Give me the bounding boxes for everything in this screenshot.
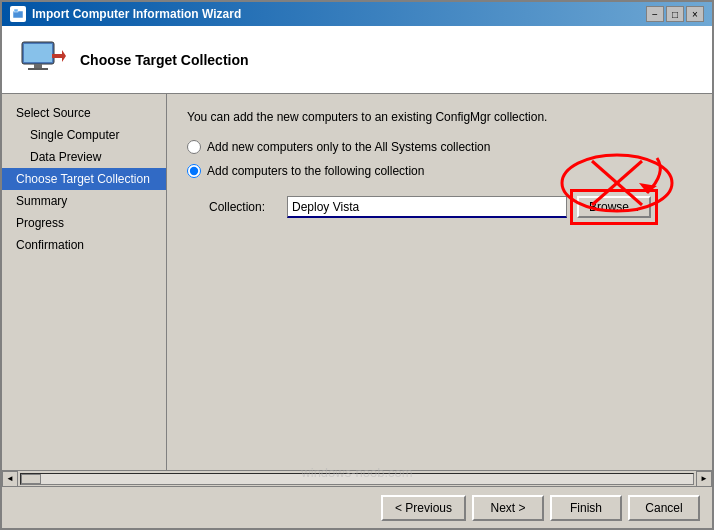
- radio-following-collection-input[interactable]: [187, 164, 201, 178]
- wizard-footer: < Previous Next > Finish Cancel: [2, 486, 712, 528]
- svg-rect-4: [34, 64, 42, 68]
- scrollbar-track: [20, 473, 694, 485]
- bottom-scrollbar: ◄ ►: [2, 470, 712, 486]
- cancel-button[interactable]: Cancel: [628, 495, 700, 521]
- header-title: Choose Target Collection: [80, 52, 249, 68]
- sidebar-item-confirmation[interactable]: Confirmation: [2, 234, 166, 256]
- radio-all-systems[interactable]: Add new computers only to the All System…: [187, 140, 692, 154]
- radio-following-collection-label: Add computers to the following collectio…: [207, 164, 424, 178]
- minimize-button[interactable]: −: [646, 6, 664, 22]
- title-bar: Import Computer Information Wizard − □ ×: [2, 2, 712, 26]
- content-area: You can add the new computers to an exis…: [167, 94, 712, 470]
- collection-input[interactable]: [287, 196, 567, 218]
- wizard-header: Choose Target Collection: [2, 26, 712, 94]
- wizard-header-icon: [18, 36, 66, 84]
- collection-label: Collection:: [209, 200, 277, 214]
- scrollbar-thumb[interactable]: [21, 474, 41, 484]
- previous-button[interactable]: < Previous: [381, 495, 466, 521]
- window-controls: − □ ×: [646, 6, 704, 22]
- radio-all-systems-label: Add new computers only to the All System…: [207, 140, 490, 154]
- svg-marker-9: [639, 183, 657, 193]
- radio-all-systems-input[interactable]: [187, 140, 201, 154]
- sidebar-item-progress[interactable]: Progress: [2, 212, 166, 234]
- window-body: Choose Target Collection Select Source S…: [2, 26, 712, 528]
- wizard-window: Import Computer Information Wizard − □ ×: [0, 0, 714, 530]
- main-content: Select Source Single Computer Data Previ…: [2, 94, 712, 470]
- sidebar-item-single-computer[interactable]: Single Computer: [2, 124, 166, 146]
- radio-following-collection[interactable]: Add computers to the following collectio…: [187, 164, 692, 178]
- sidebar: Select Source Single Computer Data Previ…: [2, 94, 167, 470]
- svg-rect-5: [28, 68, 48, 70]
- scroll-left-arrow[interactable]: ◄: [2, 471, 18, 487]
- sidebar-item-select-source[interactable]: Select Source: [2, 102, 166, 124]
- window-title: Import Computer Information Wizard: [32, 7, 241, 21]
- sidebar-item-summary[interactable]: Summary: [2, 190, 166, 212]
- collection-row: Collection: Browse...: [187, 196, 692, 218]
- svg-rect-3: [24, 44, 52, 62]
- window-icon: [10, 6, 26, 22]
- sidebar-item-choose-target[interactable]: Choose Target Collection: [2, 168, 166, 190]
- close-button[interactable]: ×: [686, 6, 704, 22]
- scroll-right-arrow[interactable]: ►: [696, 471, 712, 487]
- svg-rect-1: [14, 9, 18, 12]
- content-description: You can add the new computers to an exis…: [187, 110, 692, 124]
- radio-group: Add new computers only to the All System…: [187, 140, 692, 178]
- sidebar-item-data-preview[interactable]: Data Preview: [2, 146, 166, 168]
- finish-button[interactable]: Finish: [550, 495, 622, 521]
- next-button[interactable]: Next >: [472, 495, 544, 521]
- maximize-button[interactable]: □: [666, 6, 684, 22]
- browse-button[interactable]: Browse...: [577, 196, 651, 218]
